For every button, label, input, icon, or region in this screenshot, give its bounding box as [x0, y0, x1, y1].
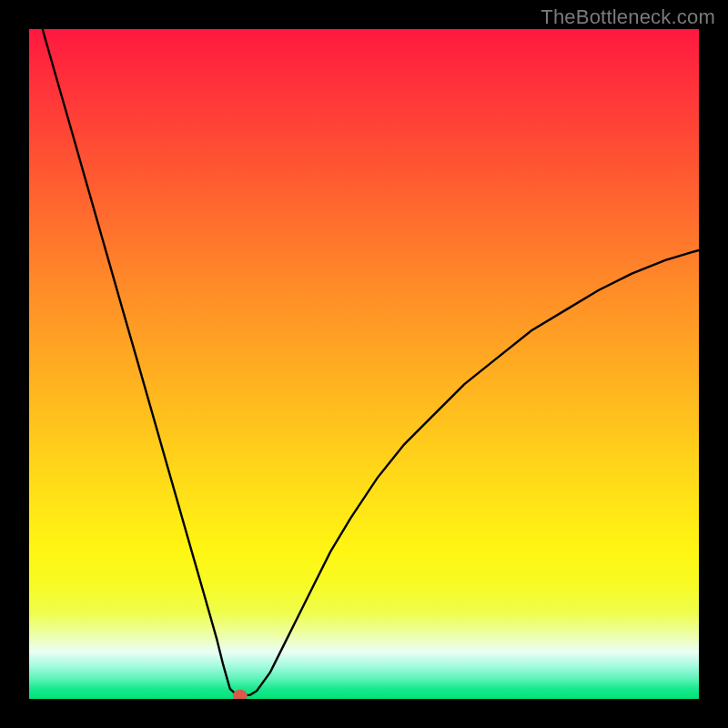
- chart-svg: [29, 29, 699, 699]
- bottleneck-curve: [43, 29, 699, 695]
- watermark-text: TheBottleneck.com: [541, 5, 715, 29]
- optimum-marker: [233, 690, 248, 699]
- plot-area: [29, 29, 699, 699]
